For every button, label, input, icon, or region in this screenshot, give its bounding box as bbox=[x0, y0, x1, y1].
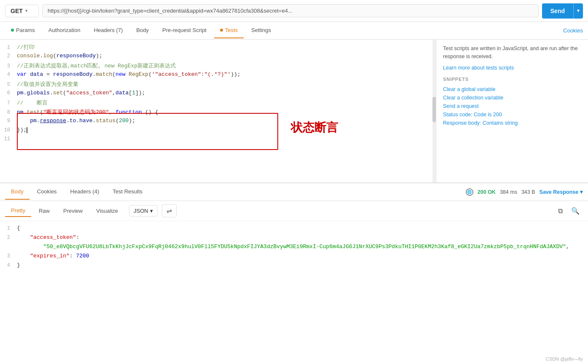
status-size: 343 B bbox=[521, 189, 535, 195]
line-code-6: pm.globals.set("access_token",data[1]); bbox=[17, 90, 436, 96]
line-code-1: //打印 bbox=[17, 43, 436, 51]
line-num-2: 2 bbox=[0, 53, 17, 59]
resp-line-3: 3 "expires_in": 7200 bbox=[0, 252, 588, 262]
resp-num-2: 2 bbox=[0, 235, 17, 241]
code-line-4: 4 var data = responseBody.match(new RegE… bbox=[0, 71, 436, 80]
line-num-6: 6 bbox=[0, 90, 17, 96]
status-bar: 🌐 200 OK 384 ms 343 B Save Response ▾ bbox=[466, 188, 583, 196]
status-globe: 🌐 bbox=[466, 188, 473, 196]
line-code-9: pm.response.to.have.status(200); bbox=[17, 118, 436, 124]
method-chevron: ▾ bbox=[25, 8, 27, 13]
tests-dot bbox=[220, 29, 223, 32]
url-input[interactable] bbox=[42, 4, 539, 17]
code-editor[interactable]: 1 //打印 2 console.log(responseBody); 3 //… bbox=[0, 40, 436, 182]
tab-tests[interactable]: Tests bbox=[214, 23, 244, 38]
format-select-chevron: ▾ bbox=[150, 208, 153, 214]
resp-num-4: 4 bbox=[0, 262, 17, 268]
code-line-1: 1 //打印 bbox=[0, 43, 436, 52]
line-num-9: 9 bbox=[0, 118, 17, 124]
request-tabs: Params Authorization Headers (7) Body Pr… bbox=[0, 22, 588, 40]
code-line-9: 9 pm.response.to.have.status(200); bbox=[0, 117, 436, 126]
tab-prerequest[interactable]: Pre-request Script bbox=[156, 23, 212, 38]
resp-tab-test-results[interactable]: Test Results bbox=[107, 184, 148, 200]
resp-code-3: "expires_in": 7200 bbox=[17, 253, 588, 259]
tab-params-label: Params bbox=[16, 27, 35, 33]
line-num-4: 4 bbox=[0, 72, 17, 78]
snippet-clear-collection[interactable]: Clear a collection variable bbox=[443, 94, 581, 102]
resp-code-2: "access_token": bbox=[17, 234, 588, 241]
resp-line-1: 1 { bbox=[0, 225, 588, 234]
resp-tab-headers[interactable]: Headers (4) bbox=[64, 184, 105, 200]
code-line-3: 3 //正则表达式提取器,match匹配, new RegExp新建正则表达式 bbox=[0, 62, 436, 71]
send-button[interactable]: Send ▾ bbox=[542, 3, 583, 19]
format-preview[interactable]: Preview bbox=[57, 205, 89, 217]
resp-num-3: 3 bbox=[0, 253, 17, 259]
copy-button[interactable]: ⧉ bbox=[555, 206, 566, 217]
tab-authorization[interactable]: Authorization bbox=[43, 23, 86, 38]
code-line-2: 2 console.log(responseBody); bbox=[0, 52, 436, 62]
line-num-5: 5 bbox=[0, 82, 17, 88]
code-line-10: 10 }); bbox=[0, 126, 436, 136]
annotation-text: 状态断言 bbox=[291, 120, 338, 136]
code-line-8: 8 pm.test("断言返回的状态码为200", function () { bbox=[0, 108, 436, 117]
line-code-5: //取值并设置为全局变量 bbox=[17, 80, 436, 88]
code-line-7: 7 // 断言 bbox=[0, 99, 436, 108]
code-line-11: 11 bbox=[0, 136, 436, 145]
status-time: 384 ms bbox=[500, 189, 517, 195]
resp-line-4: 4 } bbox=[0, 262, 588, 271]
method-select[interactable]: GET ▾ bbox=[5, 5, 39, 17]
editor-scrollbar[interactable] bbox=[432, 40, 436, 182]
save-response-chevron: ▾ bbox=[580, 189, 583, 195]
params-dot bbox=[11, 29, 14, 32]
format-visualize[interactable]: Visualize bbox=[90, 205, 124, 217]
snippet-clear-global[interactable]: Clear a global variable bbox=[443, 85, 581, 94]
tab-params[interactable]: Params bbox=[5, 23, 41, 38]
line-code-10: }); bbox=[17, 127, 436, 133]
wrap-button[interactable]: ⇌ bbox=[162, 204, 177, 217]
tab-headers[interactable]: Headers (7) bbox=[88, 23, 129, 38]
snippet-body-contains[interactable]: Response body: Contains string bbox=[443, 119, 581, 127]
tab-settings-label: Settings bbox=[251, 27, 271, 33]
sidebar-description: Test scripts are written in JavaScript, … bbox=[443, 45, 581, 61]
save-response-label: Save Response bbox=[540, 189, 578, 195]
snippet-status-200[interactable]: Status code: Code is 200 bbox=[443, 110, 581, 119]
resp-code-4: } bbox=[17, 262, 588, 268]
send-chevron-icon[interactable]: ▾ bbox=[573, 3, 583, 19]
tab-settings[interactable]: Settings bbox=[245, 23, 277, 38]
resp-line-2b: "50_e8VQbcgVFU62U8LbTkKhjJcFxpCx9FqRj046… bbox=[0, 243, 588, 252]
main-content: 1 //打印 2 console.log(responseBody); 3 //… bbox=[0, 40, 588, 183]
format-raw[interactable]: Raw bbox=[33, 205, 56, 217]
line-code-8: pm.test("断言返回的状态码为200", function () { bbox=[17, 108, 436, 116]
snippet-send-request[interactable]: Send a request bbox=[443, 102, 581, 110]
tab-authorization-label: Authorization bbox=[48, 27, 81, 33]
code-lines: 1 //打印 2 console.log(responseBody); 3 //… bbox=[0, 40, 436, 148]
format-select[interactable]: JSON ▾ bbox=[129, 205, 158, 217]
cookies-link[interactable]: Cookies bbox=[563, 27, 583, 34]
line-num-10: 10 bbox=[0, 127, 17, 133]
tab-body[interactable]: Body bbox=[130, 23, 155, 38]
globe-icon: 🌐 bbox=[466, 188, 473, 196]
snippets-section-title: SNIPPETS bbox=[443, 77, 581, 82]
resp-line-2: 2 "access_token": bbox=[0, 234, 588, 243]
resp-tab-cookies[interactable]: Cookies bbox=[31, 184, 63, 200]
line-num-8: 8 bbox=[0, 110, 17, 115]
code-line-6: 6 pm.globals.set("access_token",data[1])… bbox=[0, 89, 436, 99]
send-label: Send bbox=[542, 8, 573, 14]
resp-tab-body[interactable]: Body bbox=[5, 184, 30, 200]
line-num-7: 7 bbox=[0, 100, 17, 106]
tab-headers-label: Headers (7) bbox=[94, 27, 123, 33]
editor-scrollbar-thumb[interactable] bbox=[432, 97, 436, 122]
line-num-1: 1 bbox=[0, 45, 17, 51]
response-toolbar: Pretty Raw Preview Visualize JSON ▾ ⇌ ⧉ … bbox=[0, 201, 588, 221]
save-response-button[interactable]: Save Response ▾ bbox=[540, 189, 583, 195]
sidebar-learn-more-link[interactable]: Learn more about tests scripts bbox=[443, 65, 581, 71]
search-button[interactable]: 🔍 bbox=[568, 205, 583, 217]
format-pretty[interactable]: Pretty bbox=[5, 205, 31, 217]
line-num-3: 3 bbox=[0, 63, 17, 69]
url-bar: GET ▾ Send ▾ bbox=[0, 0, 588, 22]
format-select-label: JSON bbox=[134, 208, 148, 214]
tab-prerequest-label: Pre-request Script bbox=[162, 27, 207, 33]
code-line-5: 5 //取值并设置为全局变量 bbox=[0, 80, 436, 89]
line-code-2: console.log(responseBody); bbox=[17, 53, 436, 59]
tab-body-label: Body bbox=[136, 27, 149, 33]
